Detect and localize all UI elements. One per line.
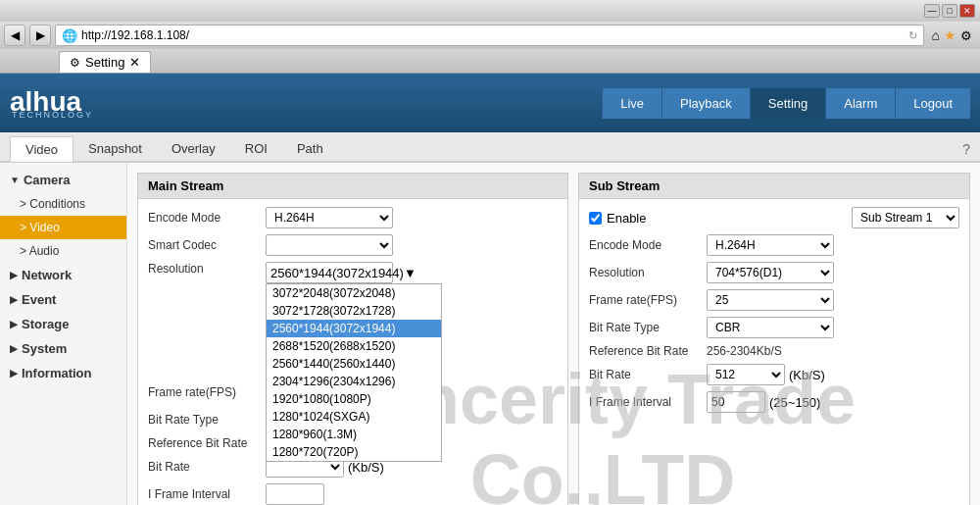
enable-checkbox[interactable]	[589, 212, 602, 225]
resolution-option-9[interactable]: 1280*720(720P)	[267, 443, 441, 461]
address-input[interactable]	[81, 28, 905, 42]
smart-codec-row: Smart Codec	[148, 234, 558, 256]
sub-reference-bit-rate-label: Reference Bit Rate	[589, 344, 707, 358]
sub-resolution-select[interactable]: 704*576(D1)	[707, 262, 834, 283]
minimize-button[interactable]: —	[924, 4, 940, 18]
camera-arrow-icon: ▼	[10, 175, 20, 185]
resolution-option-5[interactable]: 2304*1296(2304x1296)	[267, 373, 441, 390]
encode-mode-label: Encode Mode	[148, 211, 266, 225]
app-header: alhua TECHNOLOGY Live Playback Setting A…	[0, 74, 980, 132]
i-frame-row: I Frame Interval	[148, 483, 558, 505]
resolution-option-2[interactable]: 2560*1944(3072x1944)	[267, 320, 441, 337]
sidebar-category-system[interactable]: ▶ System	[0, 336, 126, 361]
tab-overlay[interactable]: Overlay	[157, 136, 230, 161]
tab-title: Setting	[85, 55, 124, 70]
logo: alhua TECHNOLOGY	[10, 86, 93, 120]
sub-bit-rate-type-select[interactable]: CBR	[707, 317, 834, 338]
frame-rate-label: Frame rate(FPS)	[148, 385, 266, 399]
sidebar-item-conditions[interactable]: > Conditions	[0, 192, 126, 216]
sub-frame-rate-control: 25	[707, 289, 959, 311]
tab-close-icon[interactable]: ✕	[129, 55, 140, 70]
nav-playback[interactable]: Playback	[662, 88, 750, 119]
browser-tab[interactable]: ⚙ Setting ✕	[59, 51, 151, 73]
main-stream-header: Main Stream	[138, 174, 567, 199]
main-stream-panel: Main Stream Encode Mode H.264H	[137, 173, 568, 505]
resolution-dropdown: 2560*1944(3072x1944) ▼ 3072*2048(3072x20…	[266, 262, 393, 283]
i-frame-label: I Frame Interval	[148, 487, 266, 501]
maximize-button[interactable]: □	[942, 4, 957, 18]
close-button[interactable]: ✕	[959, 4, 975, 18]
sidebar-item-video[interactable]: > Video	[0, 216, 126, 239]
help-icon[interactable]: ?	[962, 141, 970, 157]
sidebar-category-network[interactable]: ▶ Network	[0, 263, 126, 287]
resolution-row: Resolution 2560*1944(3072x1944) ▼ 3	[148, 262, 558, 283]
encode-mode-select[interactable]: H.264H	[266, 207, 393, 228]
title-bar-buttons: — □ ✕	[924, 4, 975, 18]
header-nav: Live Playback Setting Alarm Logout	[602, 88, 970, 119]
sidebar-category-label-information: Information	[22, 366, 92, 380]
resolution-option-3[interactable]: 2688*1520(2688x1520)	[267, 337, 441, 355]
globe-icon: 🌐	[62, 28, 77, 43]
nav-setting[interactable]: Setting	[750, 88, 825, 119]
nav-live[interactable]: Live	[602, 88, 662, 119]
i-frame-input[interactable]	[266, 483, 324, 505]
smart-codec-control	[266, 234, 558, 256]
sidebar-category-camera[interactable]: ▼ Camera	[0, 168, 126, 192]
content-wrapper: Sincerity Trade Co.,LTD Main Stream Enco…	[127, 163, 980, 505]
resolution-option-1[interactable]: 3072*1728(3072x1728)	[267, 302, 441, 320]
resolution-option-4[interactable]: 2560*1440(2560x1440)	[267, 355, 441, 373]
tab-path[interactable]: Path	[282, 136, 338, 161]
forward-button[interactable]: ▶	[29, 25, 51, 46]
favicon-icon: ⚙	[70, 56, 80, 70]
refresh-icon[interactable]: ↻	[908, 29, 917, 42]
storage-arrow-icon: ▶	[10, 319, 18, 329]
sub-frame-rate-row: Frame rate(FPS) 25	[589, 289, 959, 311]
stream-select[interactable]: Sub Stream 1	[852, 207, 959, 228]
nav-logout[interactable]: Logout	[895, 88, 970, 119]
back-button[interactable]: ◀	[4, 25, 25, 46]
sub-i-frame-input[interactable]	[707, 391, 765, 413]
tab-video[interactable]: Video	[10, 136, 74, 162]
reference-bit-rate-label: Reference Bit Rate	[148, 436, 266, 450]
sidebar-item-audio[interactable]: > Audio	[0, 239, 126, 263]
sub-bit-rate-select[interactable]: 512	[707, 364, 785, 385]
smart-codec-select[interactable]	[266, 234, 393, 256]
sub-i-frame-control: (25~150)	[707, 391, 959, 413]
encode-mode-row: Encode Mode H.264H	[148, 207, 558, 228]
sub-encode-mode-select[interactable]: H.264H	[707, 234, 834, 256]
sub-bit-rate-row: Bit Rate 512 (Kb/S)	[589, 364, 959, 385]
sub-tabs-row: Video Snapshot Overlay ROI Path ?	[0, 132, 980, 163]
sidebar-category-label-storage: Storage	[22, 317, 69, 331]
resolution-option-7[interactable]: 1280*1024(SXGA)	[267, 408, 441, 426]
home-button[interactable]: ⌂	[932, 27, 940, 43]
sidebar-category-storage[interactable]: ▶ Storage	[0, 312, 126, 336]
sub-encode-mode-control: H.264H	[707, 234, 959, 256]
dropdown-arrow-icon: ▼	[404, 266, 416, 280]
sub-bit-rate-label: Bit Rate	[589, 368, 707, 381]
sub-reference-bit-rate-value: 256-2304Kb/S	[707, 344, 782, 358]
sub-frame-rate-label: Frame rate(FPS)	[589, 293, 707, 307]
sub-bit-rate-type-control: CBR	[707, 317, 959, 338]
sidebar: ▼ Camera > Conditions > Video > Audio ▶ …	[0, 163, 127, 505]
resolution-option-6[interactable]: 1920*1080(1080P)	[267, 390, 441, 408]
star-button[interactable]: ★	[944, 27, 956, 43]
panels-row: Main Stream Encode Mode H.264H	[137, 173, 970, 505]
tab-bar: ⚙ Setting ✕	[0, 49, 980, 73]
resolution-option-0[interactable]: 3072*2048(3072x2048)	[267, 284, 441, 302]
sub-frame-rate-select[interactable]: 25	[707, 289, 834, 311]
sidebar-category-information[interactable]: ▶ Information	[0, 361, 126, 385]
resolution-option-8[interactable]: 1280*960(1.3M)	[267, 426, 441, 443]
tab-snapshot[interactable]: Snapshot	[74, 136, 157, 161]
tab-roi[interactable]: ROI	[230, 136, 282, 161]
sidebar-category-event[interactable]: ▶ Event	[0, 287, 126, 312]
content-area: Main Stream Encode Mode H.264H	[127, 163, 980, 505]
nav-alarm[interactable]: Alarm	[825, 88, 895, 119]
resolution-selected[interactable]: 2560*1944(3072x1944) ▼	[266, 262, 393, 283]
resolution-control: 2560*1944(3072x1944) ▼ 3072*2048(3072x20…	[266, 262, 558, 283]
logo-sub: TECHNOLOGY	[12, 110, 93, 120]
sub-i-frame-label: I Frame Interval	[589, 395, 707, 409]
gear-button[interactable]: ⚙	[960, 28, 972, 43]
sub-bit-rate-control: 512 (Kb/S)	[707, 364, 959, 385]
sub-i-frame-range: (25~150)	[769, 395, 820, 410]
nav-bar: ◀ ▶ 🌐 ↻ ⌂ ★ ⚙	[0, 22, 980, 49]
